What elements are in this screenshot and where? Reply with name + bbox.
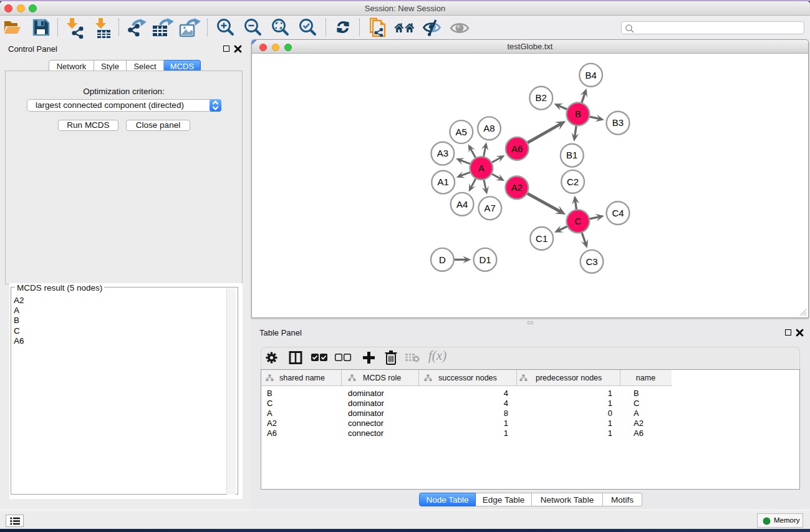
svg-text:B4: B4 (585, 70, 596, 80)
svg-text:A6: A6 (511, 143, 523, 154)
svg-text:A: A (478, 163, 485, 173)
svg-text:A7: A7 (485, 203, 496, 213)
svg-text:C3: C3 (586, 256, 597, 267)
svg-text:C2: C2 (567, 177, 579, 187)
svg-text:A8: A8 (483, 123, 494, 133)
svg-text:A5: A5 (456, 127, 467, 137)
svg-text:A3: A3 (437, 148, 448, 158)
svg-text:B1: B1 (566, 150, 577, 160)
svg-text:C1: C1 (536, 233, 547, 244)
svg-text:B3: B3 (612, 117, 624, 128)
svg-text:D1: D1 (479, 254, 491, 265)
svg-text:A1: A1 (438, 177, 449, 187)
svg-text:C: C (574, 216, 581, 226)
svg-text:B: B (575, 109, 581, 119)
svg-text:D: D (439, 254, 446, 265)
svg-text:A4: A4 (456, 199, 468, 210)
svg-text:A2: A2 (511, 182, 523, 193)
svg-text:B2: B2 (536, 92, 547, 103)
svg-text:C4: C4 (612, 208, 624, 218)
